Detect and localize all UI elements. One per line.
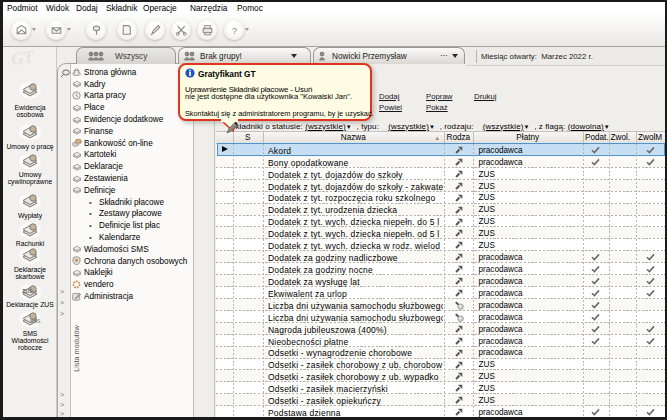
svg-text:?: ?	[231, 24, 237, 35]
